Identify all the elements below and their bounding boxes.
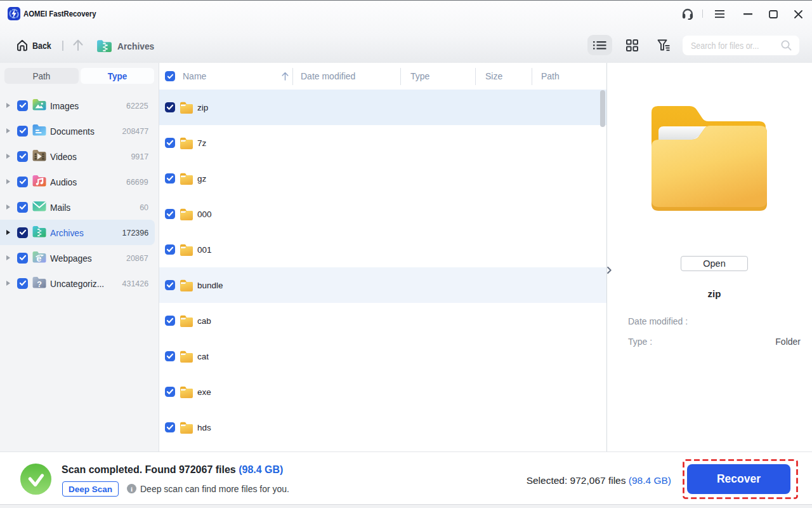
svg-text:?: ? [37, 279, 42, 288]
